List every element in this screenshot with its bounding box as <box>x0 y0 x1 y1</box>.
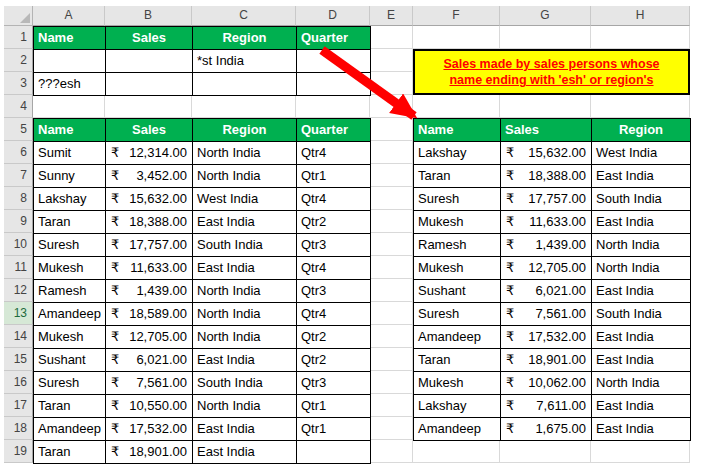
row-header[interactable]: 16 <box>4 371 33 394</box>
region-cell[interactable]: North India <box>592 372 691 395</box>
sales-cell[interactable]: ₹ 15,632.00 <box>106 188 193 211</box>
quarter-cell[interactable]: Qtr1 <box>297 165 371 188</box>
column-header-h[interactable]: H <box>591 6 690 26</box>
sales-cell[interactable]: ₹ 1,675.00 <box>501 418 592 441</box>
sales-cell[interactable]: ₹ 7,561.00 <box>501 303 592 326</box>
name-cell[interactable]: Taran <box>34 211 106 234</box>
name-cell[interactable]: Mukesh <box>414 372 501 395</box>
name-cell[interactable]: Amandeep <box>414 418 501 441</box>
quarter-cell[interactable]: Qtr4 <box>297 188 371 211</box>
name-cell[interactable]: Lakshay <box>414 142 501 165</box>
note-box[interactable]: Sales made by sales persons whose name e… <box>413 49 690 95</box>
region-cell[interactable]: West India <box>592 142 691 165</box>
name-cell[interactable]: Ramesh <box>34 280 106 303</box>
region-cell[interactable]: East India <box>193 211 297 234</box>
region-cell[interactable]: South India <box>193 372 297 395</box>
select-all-button[interactable] <box>4 6 33 26</box>
region-cell[interactable]: East India <box>592 395 691 418</box>
region-cell[interactable]: West India <box>193 188 297 211</box>
name-cell[interactable]: Lakshay <box>414 395 501 418</box>
column-header-e[interactable]: E <box>370 6 413 26</box>
region-cell[interactable]: North India <box>193 280 297 303</box>
row-header[interactable]: 14 <box>4 325 33 348</box>
name-cell[interactable]: Taran <box>34 441 106 464</box>
region-cell[interactable]: East India <box>592 165 691 188</box>
row-header[interactable]: 3 <box>4 72 33 95</box>
sales-cell[interactable]: ₹ 6,021.00 <box>501 280 592 303</box>
sales-cell[interactable]: ₹ 17,532.00 <box>501 326 592 349</box>
quarter-cell[interactable]: Qtr4 <box>297 257 371 280</box>
sales-cell[interactable]: ₹ 10,550.00 <box>106 395 193 418</box>
left-header-region[interactable]: Region <box>193 119 297 142</box>
quarter-cell[interactable]: Qtr1 <box>297 395 371 418</box>
name-cell[interactable]: Amandeep <box>34 418 106 441</box>
column-header-c[interactable]: C <box>192 6 296 26</box>
region-cell[interactable]: South India <box>592 303 691 326</box>
quarter-cell[interactable] <box>297 441 371 464</box>
row-header[interactable]: 7 <box>4 164 33 187</box>
name-cell[interactable]: Lakshay <box>34 188 106 211</box>
region-cell[interactable]: East India <box>592 326 691 349</box>
sales-cell[interactable]: ₹ 11,633.00 <box>501 211 592 234</box>
row-header[interactable]: 13 <box>4 302 33 325</box>
sales-cell[interactable]: ₹ 1,439.00 <box>501 234 592 257</box>
quarter-cell[interactable]: Qtr4 <box>297 142 371 165</box>
region-cell[interactable]: East India <box>193 257 297 280</box>
row-header[interactable]: 10 <box>4 233 33 256</box>
row-header[interactable]: 5 <box>4 118 33 141</box>
sales-cell[interactable]: ₹ 15,632.00 <box>501 142 592 165</box>
name-cell[interactable]: Mukesh <box>414 211 501 234</box>
row-header[interactable]: 9 <box>4 210 33 233</box>
sales-cell[interactable]: ₹ 10,062.00 <box>501 372 592 395</box>
name-cell[interactable]: Suresh <box>414 303 501 326</box>
red-arrow-shape[interactable] <box>304 40 454 140</box>
region-cell[interactable]: East India <box>592 418 691 441</box>
region-cell[interactable]: East India <box>193 418 297 441</box>
sales-cell[interactable]: ₹ 11,633.00 <box>106 257 193 280</box>
quarter-cell[interactable]: Qtr3 <box>297 372 371 395</box>
region-cell[interactable]: South India <box>592 188 691 211</box>
criteria-sales-cell[interactable] <box>106 73 193 96</box>
criteria-header-sales[interactable]: Sales <box>106 27 193 50</box>
name-cell[interactable]: Suresh <box>34 372 106 395</box>
name-cell[interactable]: Taran <box>414 165 501 188</box>
column-header-d[interactable]: D <box>296 6 370 26</box>
quarter-cell[interactable]: Qtr2 <box>297 211 371 234</box>
name-cell[interactable]: Sumit <box>34 142 106 165</box>
row-header[interactable]: 1 <box>4 26 33 49</box>
sales-cell[interactable]: ₹ 6,021.00 <box>106 349 193 372</box>
name-cell[interactable]: Ramesh <box>414 234 501 257</box>
criteria-sales-cell[interactable] <box>106 50 193 73</box>
column-header-g[interactable]: G <box>500 6 591 26</box>
quarter-cell[interactable]: Qtr4 <box>297 303 371 326</box>
sales-cell[interactable]: ₹ 1,439.00 <box>106 280 193 303</box>
column-header-f[interactable]: F <box>413 6 500 26</box>
sales-cell[interactable]: ₹ 7,561.00 <box>106 372 193 395</box>
sales-cell[interactable]: ₹ 18,388.00 <box>501 165 592 188</box>
row-header[interactable]: 6 <box>4 141 33 164</box>
sales-cell[interactable]: ₹ 3,452.00 <box>106 165 193 188</box>
name-cell[interactable]: Mukesh <box>34 257 106 280</box>
name-cell[interactable]: Sushant <box>414 280 501 303</box>
row-header[interactable]: 17 <box>4 394 33 417</box>
criteria-name-cell[interactable] <box>34 50 106 73</box>
name-cell[interactable]: Taran <box>414 349 501 372</box>
region-cell[interactable]: North India <box>592 234 691 257</box>
row-header[interactable]: 15 <box>4 348 33 371</box>
region-cell[interactable]: North India <box>193 395 297 418</box>
row-header[interactable]: 4 <box>4 95 33 118</box>
region-cell[interactable]: East India <box>592 280 691 303</box>
criteria-region-cell[interactable] <box>193 73 297 96</box>
region-cell[interactable]: South India <box>193 234 297 257</box>
column-header-a[interactable]: A <box>33 6 105 26</box>
sales-cell[interactable]: ₹ 18,901.00 <box>501 349 592 372</box>
region-cell[interactable]: North India <box>193 303 297 326</box>
region-cell[interactable]: North India <box>193 165 297 188</box>
sales-cell[interactable]: ₹ 17,757.00 <box>106 234 193 257</box>
region-cell[interactable]: East India <box>592 349 691 372</box>
name-cell[interactable]: Suresh <box>414 188 501 211</box>
criteria-header-name[interactable]: Name <box>34 27 106 50</box>
sales-cell[interactable]: ₹ 7,611.00 <box>501 395 592 418</box>
name-cell[interactable]: Mukesh <box>414 257 501 280</box>
left-header-name[interactable]: Name <box>34 119 106 142</box>
